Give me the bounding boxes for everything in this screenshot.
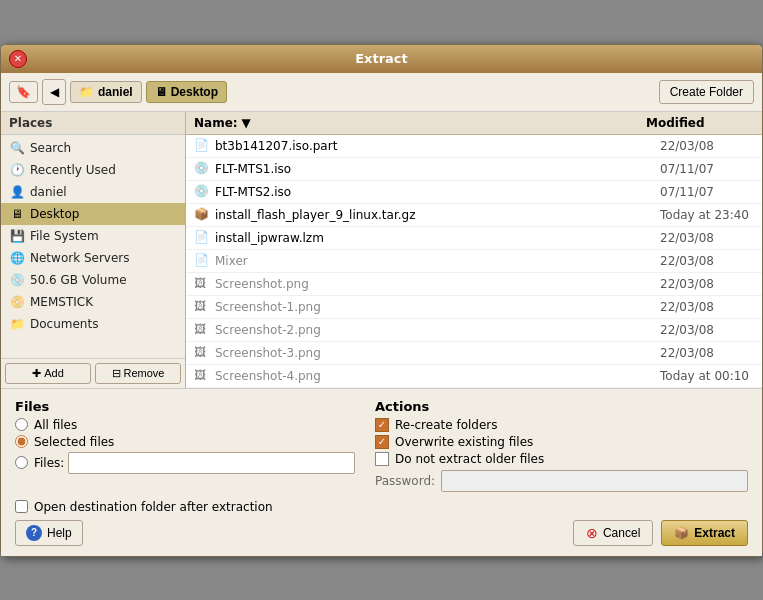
overwrite-label: Overwrite existing files: [395, 435, 533, 449]
password-input[interactable]: [441, 470, 748, 492]
scrollbar-header-spacer: [748, 114, 762, 132]
table-row[interactable]: 🖼 Screenshot-2.png 22/03/08: [186, 319, 762, 342]
selected-files-label: Selected files: [34, 435, 114, 449]
all-files-radio[interactable]: [15, 418, 28, 431]
bookmark-button[interactable]: 🔖: [9, 81, 38, 103]
file-modified-cell-3: Today at 23:40: [652, 207, 762, 223]
file-list-header: Name: ▼ Modified: [186, 112, 762, 135]
sidebar-item-recently-used[interactable]: 🕐 Recently Used: [1, 159, 185, 181]
file-name-cell-7: 🖼 Screenshot-1.png: [186, 298, 652, 316]
file-name-cell-8: 🖼 Screenshot-2.png: [186, 321, 652, 339]
file-icon-2: 💿: [194, 184, 210, 200]
overwrite-checkbox[interactable]: ✓: [375, 435, 389, 449]
file-name-4: install_ipwraw.lzm: [215, 231, 324, 245]
name-column-header[interactable]: Name: ▼: [186, 114, 638, 132]
bottom-area: Files All files Selected files Files:: [1, 389, 762, 556]
recreate-checkbox[interactable]: ✓: [375, 418, 389, 432]
files-radio-group: All files Selected files Files:: [15, 418, 355, 474]
sidebar-list: 🔍 Search 🕐 Recently Used 👤 daniel 🖥 Desk…: [1, 135, 185, 358]
files-text-input[interactable]: [68, 452, 355, 474]
table-row[interactable]: 📦 install_flash_player_9_linux.tar.gz To…: [186, 204, 762, 227]
sidebar-item-desktop[interactable]: 🖥 Desktop: [1, 203, 185, 225]
table-row[interactable]: 📄 Mixer 22/03/08: [186, 250, 762, 273]
sidebar-icon-volume: 💿: [9, 272, 25, 288]
file-modified-cell-0: 22/03/08: [652, 138, 762, 154]
all-files-option[interactable]: All files: [15, 418, 355, 432]
file-modified-cell-2: 07/11/07: [652, 184, 762, 200]
table-row[interactable]: 💿 FLT-MTS2.iso 07/11/07: [186, 181, 762, 204]
cancel-label: Cancel: [603, 526, 640, 540]
cancel-button[interactable]: ⊗ Cancel: [573, 520, 653, 546]
back-button[interactable]: ◀: [42, 79, 66, 105]
table-row[interactable]: 🖼 Screenshot-1.png 22/03/08: [186, 296, 762, 319]
sidebar-label-memstick: MEMSTICK: [30, 295, 93, 309]
extract-button[interactable]: 📦 Extract: [661, 520, 748, 546]
window-title: Extract: [27, 51, 736, 66]
sidebar-item-file-system[interactable]: 💾 File System: [1, 225, 185, 247]
create-folder-button[interactable]: Create Folder: [659, 80, 754, 104]
overwrite-files-option[interactable]: ✓ Overwrite existing files: [375, 435, 748, 449]
file-name-cell-3: 📦 install_flash_player_9_linux.tar.gz: [186, 206, 652, 224]
files-files-radio[interactable]: [15, 456, 28, 469]
sidebar-item-search[interactable]: 🔍 Search: [1, 137, 185, 159]
desktop-icon: 🖥: [155, 85, 167, 99]
sidebar-item-daniel[interactable]: 👤 daniel: [1, 181, 185, 203]
files-section-title: Files: [15, 399, 355, 414]
no-older-label: Do not extract older files: [395, 452, 544, 466]
sidebar-icon-desktop: 🖥: [9, 206, 25, 222]
actions-checkboxes: ✓ Re-create folders ✓ Overwrite existing…: [375, 418, 748, 466]
file-icon-9: 🖼: [194, 345, 210, 361]
sidebar-label-daniel: daniel: [30, 185, 67, 199]
table-row[interactable]: 🖼 Screenshot-3.png 22/03/08: [186, 342, 762, 365]
close-button[interactable]: ✕: [9, 50, 27, 68]
daniel-breadcrumb[interactable]: 📁 daniel: [70, 81, 142, 103]
no-older-checkbox[interactable]: [375, 452, 389, 466]
sidebar-label-search: Search: [30, 141, 71, 155]
sidebar-item-network[interactable]: 🌐 Network Servers: [1, 247, 185, 269]
options-row: Files All files Selected files Files:: [15, 399, 748, 492]
toolbar: 🔖 ◀ 📁 daniel 🖥 Desktop Create Folder: [1, 73, 762, 112]
file-icon-8: 🖼: [194, 322, 210, 338]
daniel-label: daniel: [98, 85, 133, 99]
table-row[interactable]: 🖼 Screenshot-4.png Today at 00:10: [186, 365, 762, 388]
file-name-7: Screenshot-1.png: [215, 300, 321, 314]
selected-files-radio[interactable]: [15, 435, 28, 448]
files-input-row: Files:: [15, 452, 355, 474]
file-name-6: Screenshot.png: [215, 277, 309, 291]
file-icon-7: 🖼: [194, 299, 210, 315]
file-icon-5: 📄: [194, 253, 210, 269]
table-row[interactable]: 🖼 Screenshot.png 22/03/08: [186, 273, 762, 296]
actions-section: Actions ✓ Re-create folders ✓ Overwrite …: [375, 399, 748, 492]
table-row[interactable]: 💿 FLT-MTS1.iso 07/11/07: [186, 158, 762, 181]
no-older-files-option[interactable]: Do not extract older files: [375, 452, 748, 466]
file-modified-cell-10: Today at 00:10: [652, 368, 762, 384]
open-destination-checkbox[interactable]: [15, 500, 28, 513]
file-name-cell-6: 🖼 Screenshot.png: [186, 275, 652, 293]
recreate-folders-option[interactable]: ✓ Re-create folders: [375, 418, 748, 432]
file-list-area: Name: ▼ Modified 📄 bt3b141207.iso.part 2…: [186, 112, 762, 388]
add-button[interactable]: ✚ Add: [5, 363, 91, 384]
files-files-option[interactable]: Files:: [15, 456, 64, 470]
extract-dialog: ✕ Extract 🔖 ◀ 📁 daniel 🖥 Desktop Create …: [0, 44, 763, 557]
sidebar-item-memstick[interactable]: 📀 MEMSTICK: [1, 291, 185, 313]
file-name-5: Mixer: [215, 254, 248, 268]
file-name-cell-1: 💿 FLT-MTS1.iso: [186, 160, 652, 178]
folder-icon: 📁: [79, 85, 94, 99]
file-list[interactable]: 📄 bt3b141207.iso.part 22/03/08 💿 FLT-MTS…: [186, 135, 762, 388]
sidebar-icon-recently-used: 🕐: [9, 162, 25, 178]
remove-button[interactable]: ⊟ Remove: [95, 363, 181, 384]
sidebar-item-volume[interactable]: 💿 50.6 GB Volume: [1, 269, 185, 291]
selected-files-option[interactable]: Selected files: [15, 435, 355, 449]
sidebar-item-documents[interactable]: 📁 Documents: [1, 313, 185, 335]
file-name-10: Screenshot-4.png: [215, 369, 321, 383]
file-icon-6: 🖼: [194, 276, 210, 292]
table-row[interactable]: 📄 bt3b141207.iso.part 22/03/08: [186, 135, 762, 158]
help-button[interactable]: ? Help: [15, 520, 83, 546]
help-label: Help: [47, 526, 72, 540]
sidebar-icon-search: 🔍: [9, 140, 25, 156]
main-area: Places 🔍 Search 🕐 Recently Used 👤 daniel…: [1, 112, 762, 389]
table-row[interactable]: 📄 install_ipwraw.lzm 22/03/08: [186, 227, 762, 250]
add-label: Add: [44, 367, 64, 379]
desktop-breadcrumb[interactable]: 🖥 Desktop: [146, 81, 227, 103]
modified-column-header[interactable]: Modified: [638, 114, 748, 132]
